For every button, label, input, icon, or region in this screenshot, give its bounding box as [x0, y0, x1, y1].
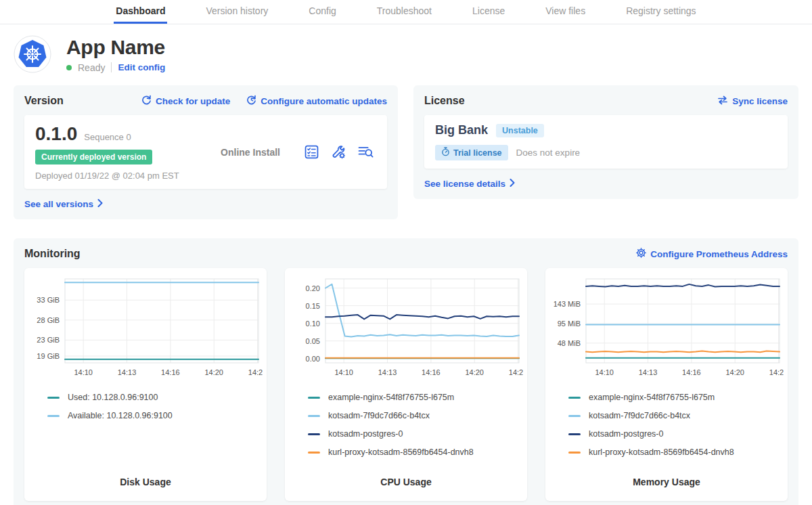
legend-item: kotsadm-postgres-0 [568, 429, 784, 439]
svg-text:14:20: 14:20 [465, 368, 484, 376]
legend-label: kotsadm-7f9dc7d66c-b4tcx [328, 411, 430, 420]
svg-text:23 GiB: 23 GiB [37, 336, 60, 344]
svg-text:48 MiB: 48 MiB [558, 339, 581, 347]
status-text: Ready [78, 62, 105, 73]
legend-label: kotsadm-postgres-0 [328, 429, 403, 439]
chevron-right-icon [97, 199, 103, 209]
see-all-versions-link[interactable]: See all versions [24, 199, 103, 209]
tab-version-history[interactable]: Version history [204, 0, 270, 24]
clock-refresh-icon [246, 95, 256, 107]
edit-config-link[interactable]: Edit config [118, 62, 165, 72]
monitoring-section: Monitoring [14, 238, 798, 505]
svg-text:14:13: 14:13 [118, 368, 137, 376]
svg-text:0.05: 0.05 [306, 337, 320, 345]
trial-license-badge: Trial license [435, 145, 508, 160]
deployed-timestamp: Deployed 01/19/22 @ 02:04 pm EST [35, 171, 196, 181]
see-license-details-link[interactable]: See license details [424, 179, 515, 189]
legend-label: kotsadm-7f9dc7d66c-b4tcx [589, 411, 690, 420]
svg-text:0.00: 0.00 [306, 355, 320, 363]
top-nav: Dashboard Version history Config Trouble… [0, 0, 812, 24]
license-heading: License [424, 95, 465, 107]
svg-text:14:13: 14:13 [378, 368, 397, 376]
current-version-panel: 0.1.0 Sequence 0 Currently deployed vers… [24, 115, 387, 189]
preflight-checklist-icon[interactable] [304, 145, 319, 159]
disk-usage-legend: Used: 10.128.0.96:9100Available: 10.128.… [47, 393, 263, 420]
svg-text:95 MiB: 95 MiB [558, 320, 581, 328]
chart-title: Memory Usage [545, 477, 788, 487]
tab-troubleshoot[interactable]: Troubleshoot [375, 0, 434, 24]
cpu-usage-plot: 14:1014:1314:1614:2014:230.200.150.100.0… [289, 275, 523, 382]
tab-registry-settings[interactable]: Registry settings [624, 0, 698, 24]
sync-arrows-icon [717, 95, 728, 107]
legend-swatch [47, 415, 60, 417]
svg-text:14:23: 14:23 [769, 368, 784, 376]
customer-name: Big Bank [435, 123, 488, 137]
license-card: License Sync license Big B [413, 85, 798, 199]
legend-item: example-nginx-54f8f76755-l675m [568, 393, 784, 402]
version-sequence: Sequence 0 [84, 132, 131, 142]
svg-text:14:16: 14:16 [161, 368, 180, 376]
svg-text:14:13: 14:13 [639, 368, 658, 376]
version-number: 0.1.0 [35, 123, 77, 145]
tab-dashboard[interactable]: Dashboard [114, 0, 167, 24]
legend-swatch [568, 397, 581, 399]
legend-label: kotsadm-postgres-0 [589, 429, 663, 439]
svg-text:14:10: 14:10 [74, 368, 93, 376]
svg-text:19 GiB: 19 GiB [37, 352, 60, 360]
configure-prometheus-link[interactable]: Configure Prometheus Address [636, 248, 788, 260]
channel-badge: Unstable [496, 124, 544, 137]
svg-text:14:10: 14:10 [595, 368, 614, 376]
status-dot [66, 65, 72, 70]
svg-text:28 GiB: 28 GiB [37, 316, 60, 324]
chart-title: Disk Usage [24, 477, 267, 487]
legend-swatch [568, 415, 581, 417]
cpu-usage-chart-card: 14:1014:1314:1614:2014:230.200.150.100.0… [285, 268, 527, 501]
disk-usage-plot: 14:1014:1314:1614:2014:2333 GiB28 GiB23 … [28, 275, 263, 382]
legend-item: example-nginx-54f8f76755-l675m [308, 393, 523, 402]
legend-swatch [308, 452, 320, 454]
tab-view-files[interactable]: View files [543, 0, 587, 24]
chart-title: CPU Usage [285, 477, 527, 487]
chevron-right-icon [510, 179, 515, 189]
tab-license[interactable]: License [470, 0, 507, 24]
svg-text:14:23: 14:23 [248, 368, 263, 376]
legend-label: example-nginx-54f8f76755-l675m [589, 393, 715, 402]
tab-config[interactable]: Config [307, 0, 338, 24]
legend-item: Used: 10.128.0.96:9100 [47, 393, 263, 402]
configure-automatic-updates-link[interactable]: Configure automatic updates [246, 95, 387, 107]
legend-swatch [568, 433, 581, 435]
legend-item: kurl-proxy-kotsadm-8569fb6454-dnvh8 [568, 447, 784, 457]
legend-swatch [308, 433, 320, 435]
divider [111, 62, 112, 72]
svg-text:143 MiB: 143 MiB [554, 300, 581, 308]
svg-text:14:16: 14:16 [682, 368, 701, 376]
install-type: Online Install [196, 147, 304, 158]
legend-swatch [308, 415, 320, 417]
legend-label: Available: 10.128.0.96:9100 [68, 411, 173, 420]
version-card: Version Check for update [14, 85, 398, 219]
memory-usage-legend: example-nginx-54f8f76755-l675mkotsadm-7f… [568, 393, 784, 457]
svg-text:14:16: 14:16 [422, 368, 441, 376]
legend-label: kurl-proxy-kotsadm-8569fb6454-dnvh8 [328, 447, 474, 457]
legend-label: kurl-proxy-kotsadm-8569fb6454-dnvh8 [589, 447, 734, 457]
config-wrench-icon[interactable] [331, 145, 346, 159]
view-logs-icon[interactable] [358, 145, 374, 159]
app-header: App Name Ready Edit config [0, 24, 812, 77]
memory-usage-chart-card: 14:1014:1314:1614:2014:23143 MiB95 MiB48… [545, 268, 788, 501]
disk-usage-chart-card: 14:1014:1314:1614:2014:2333 GiB28 GiB23 … [24, 268, 267, 501]
sync-license-link[interactable]: Sync license [717, 95, 788, 107]
kubernetes-logo-icon [14, 35, 51, 73]
legend-swatch [568, 452, 581, 454]
cpu-usage-legend: example-nginx-54f8f76755-l675mkotsadm-7f… [308, 393, 523, 457]
svg-text:14:20: 14:20 [204, 368, 223, 376]
version-heading: Version [24, 95, 64, 107]
legend-swatch [47, 397, 60, 399]
stopwatch-icon [441, 147, 450, 158]
memory-usage-plot: 14:1014:1314:1614:2014:23143 MiB95 MiB48… [549, 275, 784, 382]
license-expiry: Does not expire [516, 148, 581, 158]
legend-item: kotsadm-postgres-0 [308, 429, 523, 439]
cards-row: Version Check for update [0, 77, 812, 219]
check-for-update-link[interactable]: Check for update [141, 95, 230, 107]
svg-text:33 GiB: 33 GiB [37, 296, 60, 304]
page-title: App Name [66, 36, 165, 58]
